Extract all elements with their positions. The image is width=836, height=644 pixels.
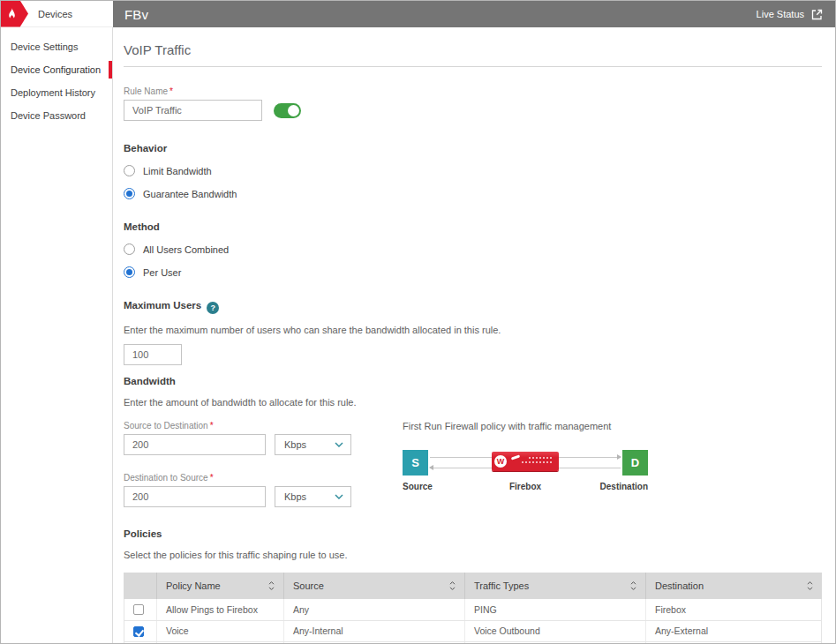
bandwidth-diagram-wrap: Source to Destination* Kbps Destin	[124, 408, 822, 507]
destination-to-source-field: Destination to Source* Kbps	[124, 473, 360, 507]
sidebar-item-deployment-history[interactable]: Deployment History	[1, 81, 112, 104]
diagram-graphic: S W D Source Firebox Destination	[403, 450, 648, 496]
firebox-node-label: Firebox	[509, 482, 541, 491]
app-window: Devices FBv Live Status Device Settings …	[0, 0, 836, 644]
sort-icon[interactable]	[807, 580, 813, 591]
watchguard-flame-logo	[1, 1, 28, 27]
table-row: Allow Pings to Firebox Any PING Firebox	[124, 599, 822, 620]
required-asterisk: *	[210, 421, 214, 431]
behavior-heading: Behavior	[124, 143, 822, 154]
flame-icon	[7, 8, 17, 20]
cell-traffic-types: HTTPS	[465, 641, 646, 643]
maximum-users-description: Enter the maximum number of users who ca…	[124, 325, 822, 335]
brand-label: Devices	[38, 9, 72, 19]
table-header-row: Policy Name Source Traffic Types Destina…	[124, 573, 822, 599]
cell-destination: tdr-hsc-eu.watchguard.com, tdr-hsc-na.wa…	[646, 641, 822, 643]
cell-source: Any-Internal	[284, 620, 465, 641]
column-header-destination[interactable]: Destination	[646, 573, 822, 599]
required-asterisk: *	[169, 86, 173, 96]
cell-policy-name: Allow Pings to Firebox	[157, 599, 284, 620]
sort-icon[interactable]	[630, 580, 636, 591]
sidebar-item-device-configuration[interactable]: Device Configuration	[1, 58, 112, 81]
destination-to-source-label: Destination to Source*	[124, 473, 360, 483]
chevron-down-icon	[335, 442, 343, 447]
cell-source: Any-Internal	[284, 641, 465, 643]
source-to-destination-field: Source to Destination* Kbps	[124, 421, 360, 455]
rule-name-input[interactable]	[124, 100, 262, 121]
bandwidth-heading: Bandwidth	[124, 376, 822, 386]
radio-icon[interactable]	[124, 188, 135, 199]
source-to-destination-controls: Kbps	[124, 434, 360, 455]
sidebar-item-device-password[interactable]: Device Password	[1, 104, 112, 127]
radio-label: Guarantee Bandwidth	[143, 189, 237, 199]
policies-heading: Policies	[124, 528, 822, 539]
maximum-users-heading: Maximum Users?	[124, 300, 822, 314]
sidebar-header: Devices	[1, 1, 113, 27]
live-status-label: Live Status	[757, 9, 804, 19]
device-title: FBv	[124, 7, 148, 22]
bandwidth-fields: Source to Destination* Kbps Destin	[124, 408, 360, 507]
column-header-policy-name[interactable]: Policy Name	[157, 573, 284, 599]
select-column-header	[124, 573, 157, 599]
cell-source: Any	[284, 599, 465, 620]
table-row: Voice Any-Internal Voice Outbound Any-Ex…	[124, 620, 822, 641]
sidebar-item-device-settings[interactable]: Device Settings	[1, 35, 112, 58]
source-to-destination-label: Source to Destination*	[124, 421, 360, 431]
rule-enabled-toggle[interactable]	[274, 103, 301, 118]
destination-to-source-unit-select[interactable]: Kbps	[275, 486, 351, 507]
firebox-vents	[522, 461, 552, 463]
radio-icon[interactable]	[124, 266, 135, 278]
required-asterisk: *	[210, 473, 214, 483]
destination-to-source-input[interactable]	[124, 486, 266, 507]
destination-to-source-controls: Kbps	[124, 486, 360, 507]
rule-name-label: Rule Name*	[124, 86, 822, 96]
radio-per-user[interactable]: Per User	[124, 266, 822, 278]
radio-icon[interactable]	[124, 165, 135, 176]
cell-traffic-types: PING	[465, 599, 646, 620]
radio-guarantee-bandwidth[interactable]: Guarantee Bandwidth	[124, 188, 822, 199]
source-to-destination-unit-select[interactable]: Kbps	[275, 434, 351, 455]
radio-all-users-combined[interactable]: All Users Combined	[124, 243, 822, 255]
sidebar: Device Settings Device Configuration Dep…	[1, 27, 113, 643]
help-icon[interactable]: ?	[207, 302, 219, 314]
radio-label: Per User	[143, 267, 181, 278]
column-header-source[interactable]: Source	[284, 573, 465, 599]
top-row: Devices FBv Live Status	[1, 1, 835, 27]
watchguard-w-badge: W	[494, 455, 507, 468]
maximum-users-input[interactable]	[124, 344, 182, 365]
cell-policy-name: Voice	[157, 620, 284, 641]
page-title: VoIP Traffic	[124, 42, 822, 67]
arrow-right-icon	[617, 454, 621, 460]
source-to-destination-input[interactable]	[124, 434, 266, 455]
source-node: S	[403, 450, 428, 476]
policies-description: Select the policies for this traffic sha…	[124, 550, 822, 560]
chevron-down-icon	[335, 494, 343, 499]
radio-limit-bandwidth[interactable]: Limit Bandwidth	[124, 165, 822, 176]
row-checkbox[interactable]	[133, 626, 144, 637]
toggle-knob	[288, 105, 299, 116]
rule-name-row	[124, 100, 822, 121]
topbar: FBv Live Status	[113, 1, 835, 27]
method-heading: Method	[124, 221, 822, 232]
policies-table: Policy Name Source Traffic Types Destina…	[124, 573, 822, 643]
unit-value: Kbps	[284, 491, 306, 502]
radio-icon[interactable]	[124, 243, 135, 255]
destination-node-label: Destination	[600, 482, 648, 491]
cell-destination: Any-External	[646, 620, 822, 641]
firebox-vents	[529, 457, 552, 459]
diagram-caption: First Run Firewall policy with traffic m…	[403, 421, 648, 431]
row-checkbox[interactable]	[133, 604, 144, 615]
sort-icon[interactable]	[449, 580, 456, 591]
destination-node: D	[622, 450, 648, 476]
source-node-label: Source	[403, 482, 433, 491]
cell-policy-name: WatchGuard Threat Detectio...	[157, 641, 284, 643]
table-row: WatchGuard Threat Detectio... Any-Intern…	[124, 641, 822, 643]
firebox-appliance: W	[492, 452, 559, 471]
external-link-icon	[811, 9, 823, 20]
column-header-traffic-types[interactable]: Traffic Types	[465, 573, 646, 599]
sort-icon[interactable]	[268, 580, 275, 591]
unit-value: Kbps	[284, 439, 306, 450]
traffic-diagram: First Run Firewall policy with traffic m…	[403, 408, 648, 507]
live-status-button[interactable]: Live Status	[757, 9, 823, 20]
radio-label: Limit Bandwidth	[143, 166, 212, 176]
